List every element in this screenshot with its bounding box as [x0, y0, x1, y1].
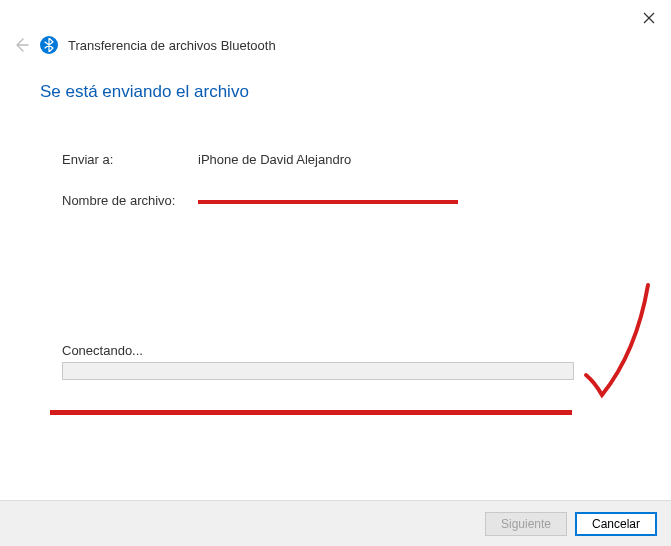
send-to-label: Enviar a: [62, 152, 198, 167]
annotation-redline-progress [50, 410, 572, 415]
progress-bar [62, 362, 574, 380]
cancel-button[interactable]: Cancelar [575, 512, 657, 536]
back-arrow-icon [13, 37, 29, 53]
page-title: Se está enviando el archivo [40, 82, 249, 102]
filename-row: Nombre de archivo: [62, 193, 198, 208]
bluetooth-icon [40, 36, 58, 54]
send-to-value: iPhone de David Alejandro [198, 152, 351, 167]
close-icon [643, 12, 655, 24]
status-label: Conectando... [62, 343, 143, 358]
header-row: Transferencia de archivos Bluetooth [12, 36, 276, 54]
close-button[interactable] [639, 8, 659, 28]
annotation-redline-filename [198, 200, 458, 204]
window-title: Transferencia de archivos Bluetooth [68, 38, 276, 53]
next-button: Siguiente [485, 512, 567, 536]
annotation-checkmark-icon [580, 280, 660, 410]
footer: Siguiente Cancelar [0, 500, 671, 546]
filename-label: Nombre de archivo: [62, 193, 198, 208]
send-to-row: Enviar a: iPhone de David Alejandro [62, 152, 351, 167]
back-button[interactable] [12, 36, 30, 54]
